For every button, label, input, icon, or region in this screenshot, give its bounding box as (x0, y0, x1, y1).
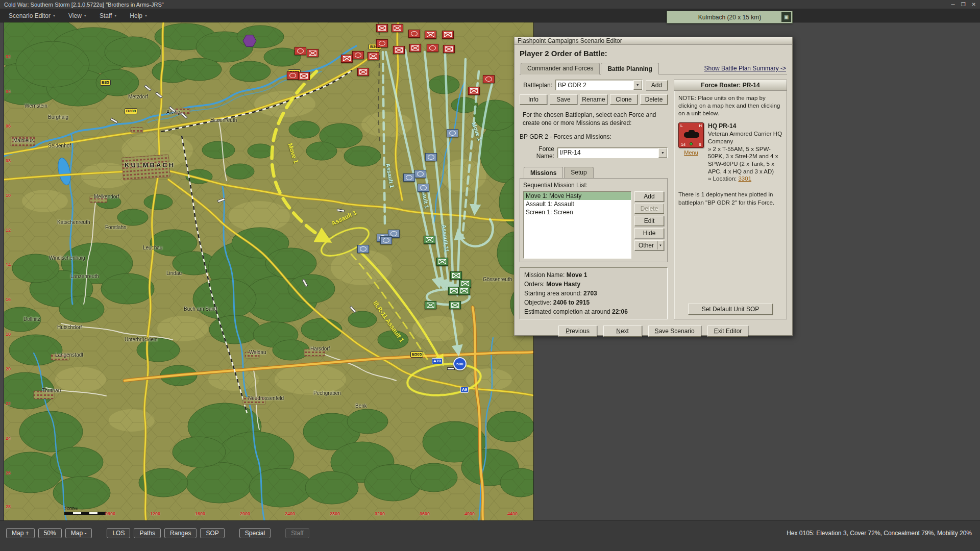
unit-counter[interactable] (468, 87, 480, 95)
mission-list[interactable]: Move 1: Move HastyAssault 1: AssaultScre… (523, 191, 631, 259)
save-scenario-button[interactable]: Save Scenario (648, 325, 701, 337)
unit-counter[interactable] (424, 236, 435, 244)
minimize-button[interactable]: ─ (951, 2, 955, 7)
unit-counter[interactable] (298, 72, 310, 80)
map-grid-number: 0900 (105, 511, 115, 516)
infantry-symbol-icon (445, 46, 453, 52)
roster-note: NOTE: Place units on the map by clicking… (674, 91, 787, 119)
sop-button[interactable]: SOP (200, 528, 224, 538)
unit-counter[interactable] (393, 46, 405, 54)
tab-commander-and-forces[interactable]: Commander and Forces (521, 63, 600, 74)
dialog-title: Flashpoint Campaigns Scenario Editor (518, 37, 622, 44)
road-shield-a70: A70 (432, 358, 443, 364)
tab-battle-planning[interactable]: Battle Planning (601, 63, 658, 74)
map-button[interactable]: Map + (6, 528, 35, 538)
exit-editor-button[interactable]: Exit Editor (707, 325, 749, 337)
map-grid-number: 2400 (285, 511, 295, 516)
unit-counter[interactable] (409, 44, 421, 52)
roster-unit[interactable]: L H 14 S Menu (674, 119, 787, 184)
save-button[interactable]: Save (550, 94, 577, 105)
map-button[interactable]: Map - (65, 528, 92, 538)
unit-counter[interactable] (357, 245, 369, 253)
chevron-down-icon[interactable]: ▼ (633, 80, 642, 90)
rename-button[interactable]: Rename (580, 94, 607, 105)
set-default-sop-button[interactable]: Set Default Unit SOP (688, 304, 773, 315)
unit-counter[interactable] (368, 52, 379, 60)
unit-counter[interactable] (403, 173, 415, 182)
map-place-label: KULMBACH (125, 161, 175, 169)
info-button[interactable]: Info (520, 94, 547, 105)
map-pin-icon[interactable]: ▣ (781, 12, 791, 22)
add-button[interactable]: Add (634, 191, 664, 202)
map-grid-number: 4000 (464, 511, 475, 516)
mission-list-item[interactable]: Move 1: Move Hasty (524, 192, 631, 200)
road-shield-b505: B505 (410, 352, 423, 358)
delete-button[interactable]: Delete (640, 94, 668, 105)
previous-button[interactable]: Previous (558, 325, 597, 337)
menu-view[interactable]: View▾ (62, 9, 93, 22)
unit-counter[interactable] (376, 24, 388, 32)
unit-counter[interactable] (443, 45, 455, 53)
paths-button[interactable]: Paths (134, 528, 161, 538)
hide-button[interactable]: Hide (634, 228, 664, 238)
unit-counter-icon[interactable]: L H 14 S (678, 122, 704, 148)
los-button[interactable]: LOS (107, 528, 130, 538)
unit-counter[interactable] (449, 301, 461, 309)
instruction-text: For the chosen Battleplan, select each F… (523, 111, 665, 127)
unit-counter[interactable] (483, 75, 495, 83)
map-place-label: Windischenhaig (49, 255, 85, 261)
force-name-label: Force Name: (520, 145, 554, 160)
special-button[interactable]: Special (239, 528, 271, 538)
unit-counter[interactable] (380, 236, 392, 244)
unit-counter[interactable] (341, 55, 353, 63)
mission-list-item[interactable]: Screen 1: Screen (524, 208, 631, 216)
unit-counter[interactable] (425, 153, 437, 161)
chevron-down-icon[interactable]: ▾ (657, 241, 663, 249)
battleplan-select[interactable]: BP GDR 2 ▼ (555, 80, 643, 90)
unit-counter[interactable] (307, 49, 318, 57)
chevron-down-icon[interactable]: ▼ (658, 148, 667, 158)
tab-missions[interactable]: Missions (524, 167, 563, 179)
unit-counter[interactable] (447, 129, 458, 137)
dialog-title-bar[interactable]: Flashpoint Campaigns Scenario Editor (514, 37, 792, 45)
menu-help[interactable]: Help▾ (123, 9, 154, 22)
other-button[interactable]: Other▾ (634, 240, 664, 251)
menu-scenario-editor[interactable]: Scenario Editor▾ (2, 9, 62, 22)
bridge-marker (110, 118, 118, 124)
armor-symbol-icon (420, 185, 427, 190)
tab-setup[interactable]: Setup (564, 167, 593, 179)
clone-button[interactable]: Clone (610, 94, 638, 105)
unit-location-link[interactable]: 3301 (738, 176, 751, 182)
unit-counter[interactable] (425, 31, 436, 39)
unit-counter[interactable] (391, 24, 403, 32)
menu-staff[interactable]: Staff▾ (93, 9, 123, 22)
objective-marker-500[interactable]: 500 (453, 357, 467, 370)
unit-counter[interactable] (427, 44, 438, 52)
next-button[interactable]: Next (603, 325, 642, 337)
mission-list-item[interactable]: Assault 1: Assault (524, 200, 631, 208)
unit-counter[interactable] (458, 287, 470, 295)
unit-counter[interactable] (352, 51, 364, 59)
unit-counter[interactable] (295, 47, 306, 55)
edit-button[interactable]: Edit (634, 216, 664, 226)
unit-counter[interactable] (357, 68, 369, 76)
50-button[interactable]: 50% (38, 528, 62, 538)
unit-counter[interactable] (442, 31, 454, 39)
chevron-down-icon: ▾ (53, 13, 55, 18)
unit-counter[interactable] (408, 30, 420, 38)
unit-counter[interactable] (418, 184, 429, 192)
battle-plan-summary-link[interactable]: Show Battle Plan Summary -> (704, 65, 786, 72)
unit-counter[interactable] (376, 39, 388, 47)
unit-counter[interactable] (287, 71, 299, 80)
close-button[interactable]: ✕ (972, 2, 976, 7)
unit-counter[interactable] (436, 258, 448, 266)
battleplan-add-button[interactable]: Add (646, 80, 668, 90)
unit-counter[interactable] (414, 170, 426, 178)
restore-button[interactable]: ❐ (961, 2, 966, 7)
map-canvas[interactable]: 2000m MetzdorfWernsteinBurghaigMainleusS… (4, 22, 533, 520)
ranges-button[interactable]: Ranges (164, 528, 197, 538)
unit-counter[interactable] (425, 301, 436, 309)
unit-counter[interactable] (450, 271, 462, 280)
force-name-select[interactable]: I/PR-14 ▼ (557, 147, 668, 158)
unit-menu-link[interactable]: Menu (684, 149, 698, 156)
